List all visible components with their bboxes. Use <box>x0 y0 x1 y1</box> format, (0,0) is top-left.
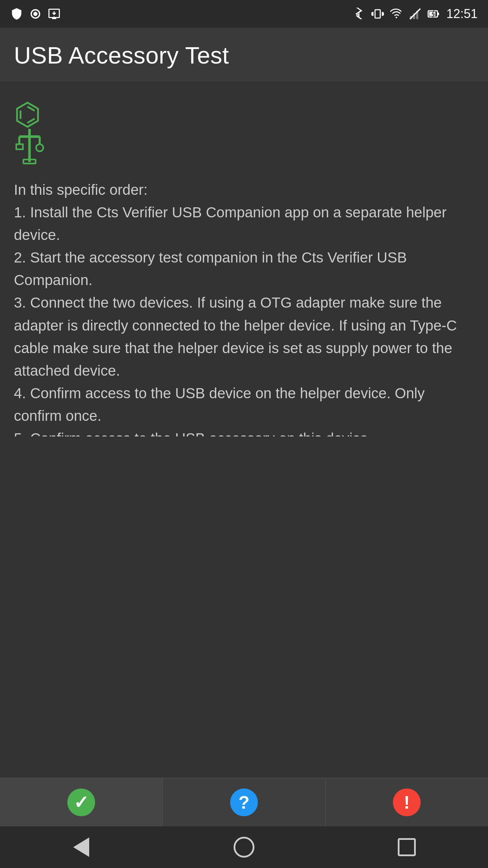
status-bar-right: 12:51 <box>353 7 478 21</box>
usb-symbol <box>14 126 45 165</box>
back-triangle-icon <box>73 837 89 857</box>
step-4: 4. Confirm access to the USB device on t… <box>14 385 425 424</box>
intro-text: In this specific order: <box>14 182 148 198</box>
svg-point-1 <box>33 12 37 16</box>
battery-icon <box>428 8 440 20</box>
svg-rect-11 <box>416 11 418 19</box>
content-spacer <box>0 436 488 778</box>
bluetooth-icon <box>353 8 365 20</box>
shield-icon <box>10 8 23 20</box>
home-circle-icon <box>234 837 254 858</box>
nav-home-button[interactable] <box>230 833 258 861</box>
pass-checkmark-icon: ✓ <box>74 793 89 811</box>
step-2: 2. Start the accessory test companion in… <box>14 249 407 288</box>
status-bar: 12:51 <box>0 0 488 28</box>
info-question-icon: ? <box>238 793 250 811</box>
main-content: ⌬ In this specific order: 1. Install the… <box>0 81 488 436</box>
step-3: 3. Connect the two devices. If using a O… <box>14 294 457 378</box>
svg-rect-9 <box>410 16 412 19</box>
usb-icon-container: ⌬ <box>14 99 474 165</box>
signal-off-icon <box>409 8 421 20</box>
page-title: USB Accessory Test <box>14 42 474 69</box>
wifi-icon <box>390 8 403 20</box>
vibrate-icon <box>371 8 384 20</box>
pass-button[interactable]: ✓ <box>0 778 163 826</box>
status-time: 12:51 <box>446 7 478 21</box>
fail-icon-circle: ! <box>393 788 421 816</box>
step-1: 1. Install the Cts Verifier USB Companio… <box>14 204 447 243</box>
recents-square-icon <box>398 838 416 856</box>
instructions-text: In this specific order: 1. Install the C… <box>14 178 474 436</box>
usb-icon: ⌬ <box>14 97 41 132</box>
pass-icon-circle: ✓ <box>67 788 95 816</box>
app-header: USB Accessory Test <box>0 28 488 81</box>
step-5: 5. Confirm access to the USB accessory o… <box>14 430 372 436</box>
svg-rect-19 <box>16 144 23 149</box>
nav-bar <box>0 826 488 868</box>
status-bar-left <box>10 8 60 20</box>
svg-rect-3 <box>375 10 380 18</box>
svg-point-8 <box>396 17 397 18</box>
info-button[interactable]: ? <box>163 778 326 826</box>
fail-button[interactable]: ! <box>326 778 488 826</box>
svg-rect-10 <box>413 14 415 19</box>
svg-rect-14 <box>437 12 439 15</box>
download-screen-icon <box>48 8 60 20</box>
nav-recents-button[interactable] <box>393 833 421 861</box>
bottom-action-bar: ✓ ? ! <box>0 778 488 826</box>
nav-back-button[interactable] <box>67 833 95 861</box>
info-icon-circle: ? <box>230 788 258 816</box>
svg-point-20 <box>36 144 43 151</box>
record-icon <box>29 8 42 20</box>
fail-exclamation-icon: ! <box>404 793 410 811</box>
